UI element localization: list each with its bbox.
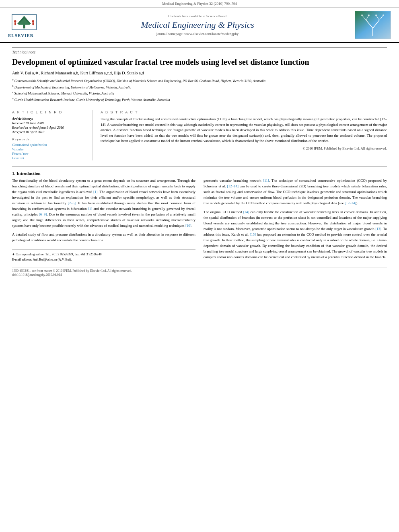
article-title: Development of optimized vascular fracta… bbox=[12, 57, 387, 67]
svg-point-20 bbox=[383, 14, 384, 16]
affiliation-d: d Curtin Health Innovation Research Inst… bbox=[12, 97, 387, 103]
revised-date: Received in revised form 9 April 2010 bbox=[12, 125, 86, 129]
svg-rect-5 bbox=[14, 22, 16, 25]
svg-rect-7 bbox=[32, 22, 34, 25]
top-bar: Medical Engineering & Physics 32 (2010) … bbox=[0, 0, 399, 8]
svg-point-17 bbox=[361, 14, 363, 16]
abstract-column: A B S T R A C T Using the concepts of fr… bbox=[101, 110, 387, 160]
keywords-section: Keywords: Constrained optimization Vascu… bbox=[12, 137, 86, 160]
keyword-3: Fractal tree bbox=[12, 152, 86, 156]
elsevier-logo-area: ELSEVIER bbox=[8, 12, 40, 38]
article-info-label: A R T I C L E I N F O bbox=[12, 110, 86, 114]
body-content: 1. Introduction The functionality of the… bbox=[12, 166, 387, 263]
accepted-date: Accepted 10 April 2010 bbox=[12, 130, 86, 134]
abstract-label: A B S T R A C T bbox=[101, 110, 387, 114]
ref-13: [13] bbox=[375, 227, 381, 231]
journal-center: Contents lists available at ScienceDirec… bbox=[40, 14, 355, 36]
journal-title: Medical Engineering & Physics bbox=[48, 20, 347, 30]
page-bottom: 1350-4533/$ – see front matter © 2010 IP… bbox=[12, 267, 387, 277]
body-para-4: The original CCO method [14] can only ha… bbox=[204, 210, 387, 260]
svg-point-4 bbox=[14, 20, 16, 22]
affiliation-a: a Commonwealth Scientific and Industrial… bbox=[12, 78, 387, 84]
authors-text: Anh V. Bui a,∗, Richard Manasseh a,b, Ku… bbox=[12, 71, 144, 75]
doi-line: doi:10.1016/j.medengphy.2010.04.014 bbox=[12, 273, 387, 277]
journal-homepage: journal homepage: www.elsevier.com/locat… bbox=[48, 32, 347, 36]
intro-heading: 1. Introduction bbox=[12, 171, 387, 176]
article-history: Article history: Received 19 June 2009 R… bbox=[12, 117, 86, 134]
science-direct-label: Contents lists available at ScienceDirec… bbox=[48, 14, 347, 18]
ref-1: [1] bbox=[93, 190, 98, 194]
authors-line: Anh V. Bui a,∗, Richard Manasseh a,b, Ku… bbox=[12, 70, 387, 75]
ref-12-14b: [12–14] bbox=[345, 201, 356, 205]
ref-1b: [1] bbox=[88, 207, 93, 211]
elsevier-tree-icon bbox=[10, 14, 38, 30]
body-para-1: The functionality of the blood circulato… bbox=[12, 178, 195, 228]
ref-14: [14] bbox=[243, 210, 249, 214]
ref-2-5: [2–5] bbox=[68, 201, 76, 205]
ref-12-14: [12–14] bbox=[227, 184, 239, 188]
ref-15: [15] bbox=[250, 232, 256, 236]
affiliation-b: b Department of Mechanical Engineering, … bbox=[12, 84, 387, 90]
abstract-text: Using the concepts of fractal scaling an… bbox=[101, 117, 387, 144]
keyword-2: Vascular bbox=[12, 147, 86, 151]
ref-10: [10] bbox=[185, 224, 191, 228]
journal-cover-image bbox=[355, 11, 391, 39]
body-two-col: The functionality of the blood circulato… bbox=[12, 178, 387, 263]
journal-cover-graphic bbox=[356, 12, 390, 38]
body-left-column: The functionality of the blood circulato… bbox=[12, 178, 195, 263]
footnotes: ∗ Corresponding author. Tel.: +61 3 9252… bbox=[12, 249, 195, 262]
body-right-column: geometric vascular branching network [11… bbox=[204, 178, 387, 263]
keyword-4: Level set bbox=[12, 156, 86, 160]
elsevier-logo bbox=[8, 12, 40, 32]
affiliations: a Commonwealth Scientific and Industrial… bbox=[12, 78, 387, 106]
history-label: Article history: bbox=[12, 117, 86, 121]
article-type: Technical note bbox=[12, 47, 387, 54]
svg-point-6 bbox=[32, 20, 34, 22]
contents-label: Contents lists available at ScienceDirec… bbox=[169, 14, 227, 18]
issn-line: 1350-4533/$ – see front matter © 2010 IP… bbox=[12, 269, 387, 273]
body-para-3: geometric vascular branching network [11… bbox=[204, 178, 387, 206]
ref-11: [11] bbox=[263, 179, 269, 183]
ref-6-9: [6–9] bbox=[39, 212, 47, 216]
footnote-email: E-mail address: Anh.Bui@csiro.au (A.V. B… bbox=[12, 257, 195, 262]
footnote-corresponding: ∗ Corresponding author. Tel.: +61 3 9252… bbox=[12, 252, 195, 257]
article-info-column: A R T I C L E I N F O Article history: R… bbox=[12, 110, 93, 160]
affiliation-c: c School of Mathematical Sciences, Monas… bbox=[12, 90, 387, 96]
copyright-line: © 2010 IPEM. Published by Elsevier Ltd. … bbox=[101, 146, 387, 150]
journal-header: ELSEVIER Contents lists available at Sci… bbox=[0, 8, 399, 43]
keywords-label: Keywords: bbox=[12, 137, 86, 141]
svg-point-18 bbox=[368, 14, 370, 16]
info-abstract-section: A R T I C L E I N F O Article history: R… bbox=[12, 110, 387, 160]
elsevier-brand-text: ELSEVIER bbox=[8, 33, 34, 38]
journal-citation: Medical Engineering & Physics 32 (2010) … bbox=[162, 2, 237, 6]
received-date: Received 19 June 2009 bbox=[12, 121, 86, 125]
keyword-1: Constrained optimization bbox=[12, 143, 86, 147]
svg-point-19 bbox=[375, 14, 377, 16]
body-para-2: A detailed study of flow and pressure di… bbox=[12, 232, 195, 243]
main-content: Technical note Development of optimized … bbox=[0, 43, 399, 281]
